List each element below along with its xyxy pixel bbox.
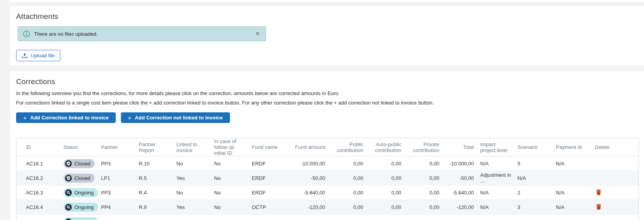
status-shield-icon xyxy=(65,189,72,196)
plus-icon: + xyxy=(128,114,131,121)
alert-close-icon[interactable]: × xyxy=(254,30,261,38)
corrections-description-2: For corrections linked to a single cost … xyxy=(16,100,638,106)
status-badge: Ongoing xyxy=(64,203,98,212)
status-shield-icon xyxy=(65,160,72,167)
corrections-actions: + Add Correction linked to invoice + Add… xyxy=(16,112,638,123)
table-row[interactable]: AC16.4 Ongoing PP4 R.9 Yes xyxy=(16,200,639,214)
status-shield-icon xyxy=(65,204,72,211)
col-partner-report: Partner Report xyxy=(136,138,173,156)
add-correction-not-linked-label: Add Correction not linked to invoice xyxy=(135,115,223,121)
previous-card-bottom-edge xyxy=(9,0,644,3)
col-partner: Partner xyxy=(98,138,136,156)
col-payment-id: Payment Id xyxy=(553,138,592,156)
col-status: Status xyxy=(60,138,98,156)
table-row[interactable]: Ongoing xyxy=(16,214,639,220)
col-fund-name: Fund name xyxy=(249,138,286,156)
add-correction-linked-label: Add Correction linked to invoice xyxy=(30,115,109,121)
upload-file-button[interactable]: Upload file xyxy=(16,50,60,61)
delete-button[interactable] xyxy=(595,188,602,197)
add-correction-linked-button[interactable]: + Add Correction linked to invoice xyxy=(16,112,116,123)
status-badge: Ongoing xyxy=(64,188,98,197)
col-auto-public-contribution: Auto-public contribution xyxy=(367,138,405,156)
col-public-contribution: Public contribution xyxy=(328,138,367,156)
info-icon xyxy=(23,31,30,37)
table-row[interactable]: AC16.2 Closed LP1 R.5 Yes N xyxy=(16,171,639,185)
status-label: Ongoing xyxy=(75,204,94,210)
delete-button[interactable] xyxy=(595,203,602,212)
attachments-title: Attachments xyxy=(16,12,638,21)
col-impact-project-level: Impact project level xyxy=(477,138,514,156)
col-private-contribution: Private contribution xyxy=(405,138,443,156)
status-label: Ongoing xyxy=(75,219,94,220)
corrections-section: Corrections In the following overview yo… xyxy=(9,71,644,220)
corrections-description-1: In the following overview you find the c… xyxy=(16,90,638,97)
upload-icon xyxy=(22,53,27,59)
add-correction-not-linked-button[interactable]: + Add Correction not linked to invoice xyxy=(121,112,230,123)
status-badge: Closed xyxy=(64,159,95,168)
status-shield-icon xyxy=(65,175,72,182)
upload-file-label: Upload file xyxy=(31,53,55,59)
status-badge: Closed xyxy=(64,174,95,183)
col-linked-to-invoice: Linked to invoice xyxy=(173,138,211,156)
col-scenario: Scenario xyxy=(514,138,553,156)
status-badge: Ongoing xyxy=(64,217,98,220)
col-id: ID xyxy=(16,138,60,156)
attachments-section: Attachments There are no files uploaded.… xyxy=(9,6,644,66)
col-follow-up-initial-id: In case of follow up initial ID xyxy=(211,138,249,156)
status-label: Closed xyxy=(75,161,90,167)
status-label: Closed xyxy=(75,175,90,181)
col-fund-amount: Fund amount xyxy=(286,138,328,156)
table-header-row: ID Status Partner Partner Report Linked … xyxy=(16,138,639,156)
plus-icon: + xyxy=(23,114,27,121)
table-row[interactable]: AC16.1 Closed PP3 R.10 No N xyxy=(16,156,639,171)
col-delete: Delete xyxy=(592,138,639,156)
trash-icon xyxy=(596,204,601,210)
table-row[interactable]: AC16.3 Ongoing PP3 R.4 No N xyxy=(16,185,639,200)
corrections-table: ID Status Partner Partner Report Linked … xyxy=(16,138,639,220)
col-total: Total xyxy=(443,138,477,156)
status-shield-icon xyxy=(65,218,72,220)
status-label: Ongoing xyxy=(75,190,94,196)
no-files-alert: There are no files uploaded. × xyxy=(18,26,266,41)
alert-message: There are no files uploaded. xyxy=(34,31,98,37)
trash-icon xyxy=(596,189,601,195)
corrections-title: Corrections xyxy=(16,77,638,86)
